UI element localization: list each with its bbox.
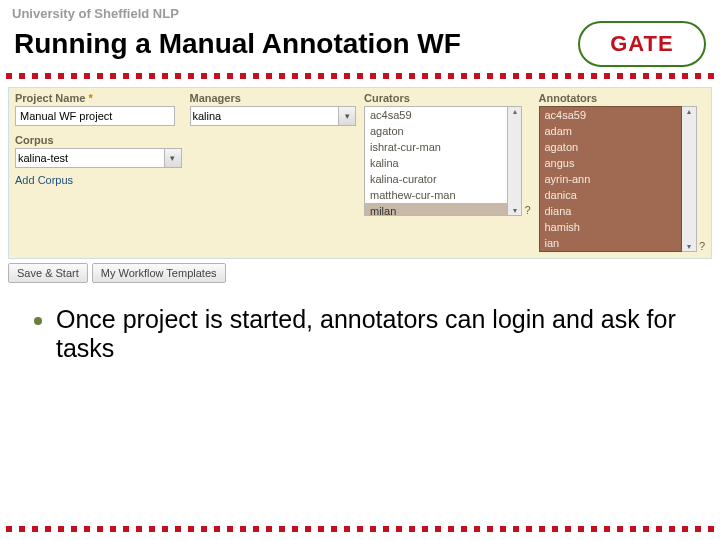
list-item[interactable]: agaton	[540, 139, 682, 155]
button-row: Save & Start My Workflow Templates	[8, 263, 712, 283]
list-item[interactable]: diana	[540, 203, 682, 219]
templates-button[interactable]: My Workflow Templates	[92, 263, 226, 283]
annotators-listbox[interactable]: ac4sa59 adam agaton angus ayrin-ann dani…	[539, 106, 683, 252]
bullet-text: Once project is started, annotators can …	[56, 305, 686, 363]
bullet-list: Once project is started, annotators can …	[34, 305, 686, 363]
list-item[interactable]: ac4sa59	[365, 107, 507, 123]
corpus-select[interactable]	[15, 148, 165, 168]
list-item[interactable]: milan	[365, 203, 507, 216]
help-icon[interactable]: ?	[524, 204, 530, 216]
slide: University of Sheffield NLP Running a Ma…	[0, 0, 720, 540]
scrollbar[interactable]: ▴▾	[682, 106, 696, 252]
managers-select[interactable]	[190, 106, 340, 126]
list-item[interactable]: matthew-cur-man	[365, 187, 507, 203]
list-item[interactable]: ishrat-ann	[540, 251, 682, 252]
col-curators: Curators ac4sa59 agaton ishrat-cur-man k…	[364, 92, 531, 252]
chevron-down-icon[interactable]: ▾	[339, 106, 356, 126]
list-item[interactable]: kalina-curator	[365, 171, 507, 187]
curators-listbox[interactable]: ac4sa59 agaton ishrat-cur-man kalina kal…	[364, 106, 508, 216]
gate-logo: GATE	[578, 21, 706, 67]
list-item[interactable]: angus	[540, 155, 682, 171]
slide-title: Running a Manual Annotation WF	[14, 28, 461, 60]
managers-label: Managers	[190, 92, 357, 104]
col-managers: Managers ▾	[190, 92, 357, 252]
list-item[interactable]: ayrin-ann	[540, 171, 682, 187]
corpus-label: Corpus	[15, 134, 182, 146]
list-item[interactable]: kalina	[365, 155, 507, 171]
help-icon[interactable]: ?	[699, 240, 705, 252]
list-item[interactable]: ac4sa59	[540, 107, 682, 123]
add-corpus-link[interactable]: Add Corpus	[15, 174, 73, 186]
chevron-down-icon[interactable]: ▾	[165, 148, 182, 168]
gate-logo-text: GATE	[610, 31, 673, 57]
col-project: Project Name * Corpus ▾ Add Corpus	[15, 92, 182, 252]
project-name-input[interactable]	[15, 106, 175, 126]
annotators-label: Annotators	[539, 92, 706, 104]
scrollbar[interactable]: ▴▾	[508, 106, 522, 216]
list-item[interactable]: adam	[540, 123, 682, 139]
list-item[interactable]: ishrat-cur-man	[365, 139, 507, 155]
divider-dots-top	[0, 71, 720, 81]
curators-label: Curators	[364, 92, 531, 104]
bullet-icon	[34, 317, 42, 325]
divider-dots-bottom	[0, 526, 720, 534]
title-row: Running a Manual Annotation WF GATE	[0, 21, 720, 69]
col-annotators: Annotators ac4sa59 adam agaton angus ayr…	[539, 92, 706, 252]
list-item[interactable]: hamish	[540, 219, 682, 235]
project-form: Project Name * Corpus ▾ Add Corpus Manag…	[8, 87, 712, 259]
required-asterisk: *	[88, 92, 92, 104]
list-item[interactable]: danica	[540, 187, 682, 203]
save-start-button[interactable]: Save & Start	[8, 263, 88, 283]
list-item[interactable]: ian	[540, 235, 682, 251]
university-label: University of Sheffield NLP	[0, 0, 720, 21]
list-item[interactable]: agaton	[365, 123, 507, 139]
project-name-label: Project Name *	[15, 92, 182, 104]
